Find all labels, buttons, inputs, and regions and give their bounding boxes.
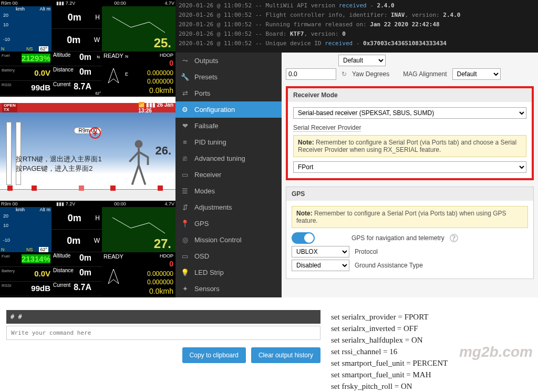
help-icon[interactable]: ? xyxy=(450,234,458,242)
battery-icon: ▮▮▮ xyxy=(56,1,64,6)
sensors-icon: ✦ xyxy=(181,285,189,293)
serial-receiver-provider-select[interactable]: FPort xyxy=(293,161,526,173)
target-icon: ✚ xyxy=(89,127,101,139)
model-name: R9m 00 xyxy=(1,1,18,6)
cli-input[interactable] xyxy=(6,326,320,340)
copy-to-clipboard-button[interactable]: Copy to clipboard xyxy=(182,347,246,363)
yaw-icon: ↻ xyxy=(342,70,347,78)
sidebar-item-advanced-tuning[interactable]: ⎚Advanced tuning xyxy=(175,150,282,167)
cli-area: # # Copy to clipboard Clear output histo… xyxy=(6,310,320,363)
power-stats: Fuel21293% Battery0.0V RSSI99dB xyxy=(0,51,51,97)
sidebar-item-ports[interactable]: ⇄Ports xyxy=(175,85,282,101)
opentx-canvas: R9m 00 ✚ 按RTN键，退出进入主界面1 按PAGE键，进入主界面2 26… xyxy=(0,112,175,201)
hdop-value: 0 xyxy=(169,59,173,67)
page-number: 25. xyxy=(154,36,171,50)
sidebar-item-label: Modes xyxy=(194,187,215,195)
sidebar-item-mission-control[interactable]: ◎Mission Control xyxy=(175,232,282,248)
set-command: set smartport_fuel_unit = MAH xyxy=(331,369,531,380)
sidebar-item-sensors[interactable]: ✦Sensors xyxy=(175,281,282,297)
speed-alt-gauge: kmh Alt m 2010-10 N NS 62° xyxy=(0,6,51,51)
yaw-degrees-input[interactable] xyxy=(286,68,336,80)
gps-protocol-select[interactable]: UBLOX xyxy=(292,246,349,257)
alignment-select[interactable]: Default xyxy=(338,55,386,66)
sidebar-item-label: Ports xyxy=(194,89,210,97)
sidebar-item-label: Sensors xyxy=(194,285,220,293)
receiver-mode-select[interactable]: Serial-based receiver (SPEKSAT, SBUS, SU… xyxy=(293,107,526,119)
clear-output-button[interactable]: Clear output history xyxy=(251,347,320,363)
mission-control-icon: ◎ xyxy=(181,236,189,244)
gps-icon: 📍 xyxy=(181,220,189,228)
sidebar-item-pid-tuning[interactable]: ≡PID tuning xyxy=(175,134,282,150)
sidebar-item-label: Failsafe xyxy=(194,122,219,130)
log-line: 2020-01-26 @ 11:00:52 -- Flight controll… xyxy=(179,11,535,20)
led-strip-icon: 💡 xyxy=(181,269,189,277)
gps-stats: READY HDOP 0 0.000000 0.000000 0.0kmh xyxy=(102,252,175,297)
sidebar-nav: ⤳Outputs🔧Presets⇄Ports⚙Configuration❤Fai… xyxy=(175,53,282,297)
log-console: 2020-01-26 @ 11:00:52 -- MultiWii API ve… xyxy=(175,0,538,53)
sidebar-item-label: Presets xyxy=(194,73,218,81)
configuration-icon: ⚙ xyxy=(181,106,189,114)
sidebar-item-configuration[interactable]: ⚙Configuration xyxy=(175,101,282,118)
hint-line-1: 按RTN键，退出进入主界面1 xyxy=(16,154,102,164)
sidebar-item-osd[interactable]: ▭OSD xyxy=(175,248,282,264)
watermark: mg2b.com xyxy=(459,344,533,360)
mag-alignment-select[interactable]: Default xyxy=(452,68,501,80)
gps-stats: READY N HDOP 0 0.000000 0.000000 0.0kmh … xyxy=(102,51,175,97)
set-command: set frsky_pitch_roll = ON xyxy=(331,380,531,392)
heading-distance: 0mH 0mW xyxy=(51,6,102,51)
log-line: 2020-01-26 @ 11:00:52 -- Unique device I… xyxy=(179,39,535,48)
tele-header: R9m 00 ▮▮▮ 7.2V 00:00 4.7V xyxy=(0,0,175,6)
mag-alignment-label: MAG Alignment xyxy=(403,70,447,78)
position-stats: Altitude0mN Distance0m Current8.7A62° xyxy=(51,51,102,97)
page-number: 26. xyxy=(155,144,171,158)
sidebar-item-label: Outputs xyxy=(194,57,219,65)
outputs-icon: ⤳ xyxy=(181,57,189,65)
advanced-tuning-icon: ⎚ xyxy=(181,154,189,163)
gps-toggle[interactable] xyxy=(292,232,315,244)
sidebar-item-label: Configuration xyxy=(194,106,235,114)
page-number: 27. xyxy=(154,236,171,251)
set-command: set serialrx_provider = FPORT xyxy=(331,311,531,323)
ground-assistance-label: Ground Assistance Type xyxy=(355,262,423,269)
sidebar-item-adjustments[interactable]: ⇵Adjustments xyxy=(175,199,282,215)
svg-marker-0 xyxy=(108,68,119,83)
position-stats: Altitude0m Distance0m Current8.7A xyxy=(51,252,102,297)
config-pane: Default ↻ Yaw Degrees MAG Alignment Defa… xyxy=(282,53,538,297)
opentx-badge: OPEN TX xyxy=(2,103,17,112)
sidebar-item-label: Advanced tuning xyxy=(194,154,245,162)
sidebar-item-label: Receiver xyxy=(194,171,221,179)
sidebar-item-gps[interactable]: 📍GPS xyxy=(175,215,282,232)
receiver-mode-panel: Receiver Mode Serial-based receiver (SPE… xyxy=(286,86,534,180)
sidebar-item-label: Mission Control xyxy=(194,236,242,244)
telemetry-panel-1: R9m 00 ▮▮▮ 7.2V 00:00 4.7V kmh Alt m 201… xyxy=(0,0,175,97)
map-area: 27. xyxy=(102,207,175,252)
log-line: 2020-01-26 @ 11:00:52 -- Running firmwar… xyxy=(179,20,535,29)
gps-toggle-label: GPS for navigation and telemetry xyxy=(351,234,444,242)
sidebar-item-modes[interactable]: ☰Modes xyxy=(175,183,282,199)
modes-icon: ☰ xyxy=(181,187,189,195)
presets-icon: 🔧 xyxy=(181,73,189,81)
hint-line-2: 按PAGE键，进入主界面2 xyxy=(16,164,102,173)
serial-receiver-provider-label: Serial Receiver Provider xyxy=(293,124,361,132)
heading-distance: 0mH 0mW xyxy=(51,207,102,252)
sidebar-item-label: OSD xyxy=(194,252,209,260)
osd-icon: ▭ xyxy=(181,252,189,261)
tele-header: R9m 00 ▮▮▮ 7.2V 00:00 4.7V xyxy=(0,201,175,207)
cli-output: # # xyxy=(6,310,320,324)
sidebar-item-receiver[interactable]: ▭Receiver xyxy=(175,167,282,183)
yaw-degrees-label: Yaw Degrees xyxy=(352,70,389,78)
sidebar-item-outputs[interactable]: ⤳Outputs xyxy=(175,53,282,69)
panel-title: GPS xyxy=(286,187,533,201)
note-box: Note: Remember to configure a Serial Por… xyxy=(292,206,528,228)
pid-tuning-icon: ≡ xyxy=(181,138,189,147)
sidebar-item-presets[interactable]: 🔧Presets xyxy=(175,69,282,85)
sidebar-item-label: PID tuning xyxy=(194,138,226,146)
walking-figure-icon xyxy=(123,139,154,191)
sidebar-item-failsafe[interactable]: ❤Failsafe xyxy=(175,118,282,134)
panel-title: Receiver Mode xyxy=(288,88,532,102)
opentx-screen: OPEN TX 📶 ▮▮▮ 26 Jan13:26 R9m 00 ✚ 按RTN键… xyxy=(0,103,175,201)
sidebar-item-led-strip[interactable]: 💡LED Strip xyxy=(175,264,282,281)
ground-assistance-select[interactable]: Disabled xyxy=(292,260,349,271)
receiver-icon: ▭ xyxy=(181,171,189,179)
sidebar-item-label: Adjustments xyxy=(194,203,232,211)
